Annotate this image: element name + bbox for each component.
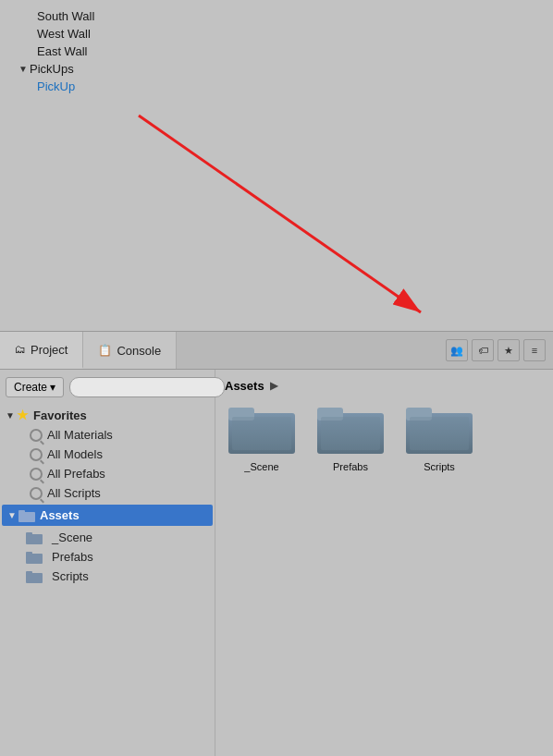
assets-folder-icon [18, 509, 35, 522]
sidebar-item-prefabs[interactable]: Prefabs [0, 547, 215, 567]
folders-grid: _Scene P [225, 402, 544, 472]
tag-button[interactable]: 🏷 [472, 339, 494, 361]
favorites-expand-icon: ▼ [6, 410, 17, 421]
hierarchy-item-westwall[interactable]: West Wall [0, 25, 553, 43]
sidebar-assets-heading[interactable]: ▼ Assets [2, 505, 213, 526]
svg-rect-8 [26, 571, 32, 575]
toolbar-row: Create ▾ [0, 373, 215, 401]
hierarchy-item-southwall[interactable]: South Wall [0, 7, 553, 25]
svg-rect-4 [26, 532, 32, 536]
dropdown-icon: ▾ [50, 381, 55, 394]
sidebar-item-scripts[interactable]: Scripts [0, 567, 215, 586]
scene-folder-icon [26, 531, 43, 544]
sidebar-item-scene[interactable]: _Scene [0, 528, 215, 547]
console-tab-icon: 📋 [98, 344, 112, 357]
folder-item-prefabs[interactable]: Prefabs [313, 402, 387, 472]
search-icon-prefabs [30, 468, 43, 481]
create-button[interactable]: Create ▾ [6, 377, 64, 397]
sidebar-item-all-prefabs[interactable]: All Prefabs [0, 464, 215, 483]
tab-console[interactable]: 📋 Console [83, 332, 177, 369]
scripts-folder-icon [26, 570, 43, 583]
favorites-heading[interactable]: ▼ ★ Favorites [0, 405, 215, 425]
assets-expand-icon: ▼ [7, 510, 18, 520]
svg-rect-14 [321, 417, 380, 450]
prefabs-folder-icon [26, 551, 43, 564]
project-panel: Create ▾ ▼ ★ Favorites All Materials All… [0, 370, 553, 756]
star-icon: ★ [17, 408, 29, 422]
project-tab-icon: 🗂 [15, 343, 26, 356]
hierarchy-group-pickups[interactable]: ▼ PickUps [0, 60, 553, 78]
svg-rect-17 [410, 417, 469, 450]
breadcrumb-arrow-icon: ▶ [270, 380, 277, 392]
folder-scene-icon [228, 402, 295, 457]
expand-icon: ▼ [18, 64, 30, 74]
sidebar-item-all-materials[interactable]: All Materials [0, 425, 215, 445]
folder-prefabs-icon [317, 402, 384, 457]
red-arrow-line [139, 116, 421, 312]
search-input[interactable] [69, 377, 225, 397]
hierarchy-item-pickup[interactable]: PickUp [0, 78, 553, 95]
sidebar: Create ▾ ▼ ★ Favorites All Materials All… [0, 370, 215, 756]
search-icon-scripts [30, 487, 43, 500]
svg-rect-11 [232, 417, 291, 450]
tab-bar: 🗂 Project 📋 Console 👥 🏷 ★ ≡ [0, 331, 553, 370]
sidebar-item-all-scripts[interactable]: All Scripts [0, 483, 215, 503]
search-icon-materials [30, 429, 43, 442]
menu-button[interactable]: ≡ [523, 339, 546, 361]
hierarchy-panel: South Wall West Wall East Wall ▼ PickUps… [0, 0, 553, 331]
search-icon-models [30, 448, 43, 461]
hierarchy-item-eastwall[interactable]: East Wall [0, 43, 553, 60]
tab-project[interactable]: 🗂 Project [0, 332, 83, 369]
collaborate-button[interactable]: 👥 [446, 339, 468, 361]
svg-rect-2 [18, 510, 25, 514]
folder-item-scripts[interactable]: Scripts [402, 402, 476, 472]
favorite-button[interactable]: ★ [498, 339, 520, 361]
tab-actions: 👥 🏷 ★ ≡ [446, 339, 553, 361]
folder-item-scene[interactable]: _Scene [225, 402, 299, 472]
breadcrumb: Assets ▶ [225, 379, 544, 393]
content-area: Assets ▶ [215, 370, 553, 756]
folder-scripts-icon [406, 402, 473, 457]
svg-rect-6 [26, 552, 32, 555]
favorites-section: ▼ ★ Favorites All Materials All Models A… [0, 405, 215, 503]
sidebar-item-all-models[interactable]: All Models [0, 445, 215, 464]
